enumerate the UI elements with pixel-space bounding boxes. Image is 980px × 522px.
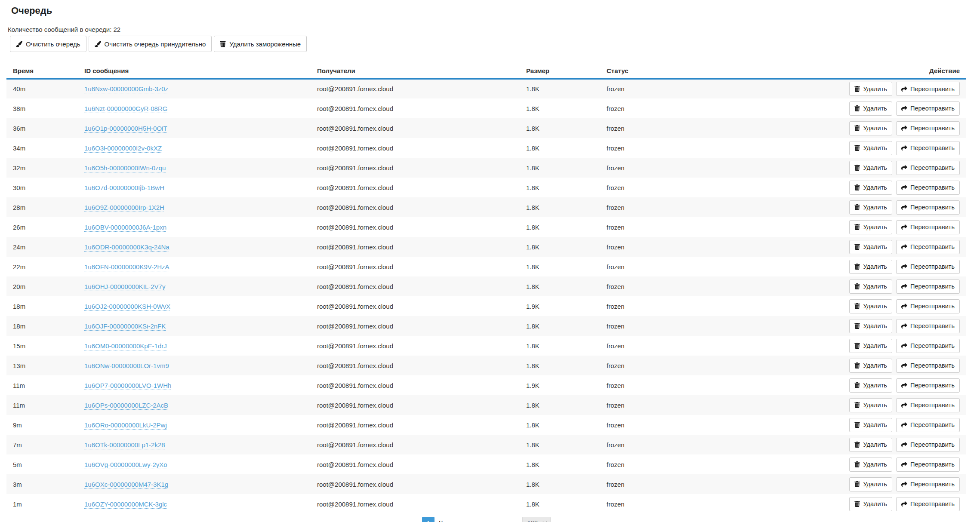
force-clear-queue-button[interactable]: Очистить очередь принудительно [89,36,212,52]
share-forward-icon [901,422,907,428]
resend-message-button[interactable]: Переотправить [896,438,960,452]
page-title: Очередь [11,5,966,16]
row-status: frozen [600,276,764,296]
button-label: Переотправить [910,125,955,132]
resend-message-button[interactable]: Переотправить [896,319,960,333]
resend-message-button[interactable]: Переотправить [896,497,960,511]
row-time: 7m [6,435,78,454]
message-id-link[interactable]: 1u6ODR-00000000K3q-24Na [84,243,169,251]
resend-message-button[interactable]: Переотправить [896,359,960,373]
message-id-link[interactable]: 1u6OJ2-00000000KSH-0WvX [84,303,170,310]
message-id-link[interactable]: 1u6OVg-00000000Lwy-2yXo [84,461,167,468]
table-header-row: Время ID сообщения Получатели Размер Ста… [6,63,966,79]
message-id-link[interactable]: 1u6OZY-00000000MCK-3glc [84,501,167,508]
column-header-size: Размер [520,63,600,79]
resend-message-button[interactable]: Переотправить [896,378,960,393]
share-forward-icon [901,264,907,270]
message-id-link[interactable]: 1u6OFN-00000000K9V-2HzA [84,263,169,270]
message-id-link[interactable]: 1u6Nxw-00000000Gmb-3z0z [84,85,168,92]
message-id-link[interactable]: 1u6OBV-00000000J6A-1pxn [84,224,166,231]
delete-message-button[interactable]: Удалить [849,161,892,175]
table-row: 24m 1u6ODR-00000000K3q-24Na root@200891.… [6,237,966,257]
delete-message-button[interactable]: Удалить [849,497,892,511]
resend-message-button[interactable]: Переотправить [896,279,960,294]
resend-message-button[interactable]: Переотправить [896,220,960,234]
message-id-link[interactable]: 1u6OM0-00000000KpE-1drJ [84,342,167,350]
resend-message-button[interactable]: Переотправить [896,161,960,175]
row-size: 1.8K [520,257,600,276]
delete-message-button[interactable]: Удалить [849,260,892,274]
resend-message-button[interactable]: Переотправить [896,398,960,412]
row-status: frozen [600,79,764,98]
message-id-link[interactable]: 1u6ONw-00000000LOr-1vm9 [84,362,169,369]
resend-message-button[interactable]: Переотправить [896,477,960,491]
message-id-link[interactable]: 1u6OP7-00000000LVO-1WHh [84,382,171,389]
resend-message-button[interactable]: Переотправить [896,458,960,472]
delete-message-button[interactable]: Удалить [849,240,892,254]
resend-message-button[interactable]: Переотправить [896,181,960,195]
delete-message-button[interactable]: Удалить [849,200,892,215]
delete-message-button[interactable]: Удалить [849,82,892,96]
message-id-link[interactable]: 1u6OTk-00000000Lp1-2k28 [84,441,165,448]
delete-message-button[interactable]: Удалить [849,339,892,353]
delete-message-button[interactable]: Удалить [849,141,892,155]
per-page-select[interactable]: 100 [522,517,551,522]
delete-message-button[interactable]: Удалить [849,319,892,333]
delete-message-button[interactable]: Удалить [849,101,892,116]
trash-icon [854,402,860,408]
row-time: 13m [6,356,78,375]
message-id-link[interactable]: 1u6O7d-00000000Ijb-1BwH [84,184,164,191]
share-forward-icon [901,125,907,131]
message-id-link[interactable]: 1u6O1p-00000000H5H-0OiT [84,125,167,132]
message-id-link[interactable]: 1u6OXc-00000000M47-3K1g [84,481,168,488]
toolbar: Очистить очередь Очистить очередь принуд… [10,36,966,52]
share-forward-icon [901,442,907,448]
message-id-link[interactable]: 1u6OPs-00000000LZC-2AcB [84,402,168,409]
delete-frozen-button[interactable]: Удалить замороженные [214,36,307,52]
resend-message-button[interactable]: Переотправить [896,101,960,116]
message-id-link[interactable]: 1u6Nzt-00000000GyR-08RG [84,105,167,112]
resend-message-button[interactable]: Переотправить [896,418,960,432]
message-id-link[interactable]: 1u6O3l-00000000I2v-0kXZ [84,144,162,152]
delete-message-button[interactable]: Удалить [849,458,892,472]
delete-message-button[interactable]: Удалить [849,359,892,373]
trash-icon [854,204,860,210]
delete-message-button[interactable]: Удалить [849,418,892,432]
message-id-link[interactable]: 1u6ORo-00000000LkU-2Pwj [84,421,167,429]
row-status: frozen [600,118,764,138]
resend-message-button[interactable]: Переотправить [896,141,960,155]
resend-message-button[interactable]: Переотправить [896,121,960,135]
resend-message-button[interactable]: Переотправить [896,299,960,313]
row-time: 40m [6,79,78,98]
row-recipients: root@200891.fornex.cloud [311,454,520,474]
message-id-link[interactable]: 1u6OJF-00000000KSi-2nFK [84,322,166,330]
delete-message-button[interactable]: Удалить [849,181,892,195]
row-status: frozen [600,316,764,336]
delete-message-button[interactable]: Удалить [849,220,892,234]
button-label: Переотправить [910,184,955,191]
table-row: 13m 1u6ONw-00000000LOr-1vm9 root@200891.… [6,356,966,375]
delete-message-button[interactable]: Удалить [849,378,892,393]
clear-queue-button[interactable]: Очистить очередь [10,36,86,52]
delete-message-button[interactable]: Удалить [849,121,892,135]
button-label: Удалить [863,402,887,408]
delete-message-button[interactable]: Удалить [849,477,892,491]
resend-message-button[interactable]: Переотправить [896,200,960,215]
row-size: 1.8K [520,197,600,217]
button-label: Переотправить [910,105,955,112]
delete-message-button[interactable]: Удалить [849,438,892,452]
delete-message-button[interactable]: Удалить [849,279,892,294]
button-label: Удалить [863,204,887,211]
resend-message-button[interactable]: Переотправить [896,260,960,274]
share-forward-icon [901,204,907,210]
delete-message-button[interactable]: Удалить [849,299,892,313]
resend-message-button[interactable]: Переотправить [896,240,960,254]
message-id-link[interactable]: 1u6OHJ-00000000KIL-2V7y [84,283,165,290]
resend-message-button[interactable]: Переотправить [896,339,960,353]
message-id-link[interactable]: 1u6O5h-00000000IWn-0zqu [84,164,166,172]
resend-message-button[interactable]: Переотправить [896,82,960,96]
message-id-link[interactable]: 1u6O9Z-00000000Irp-1X2H [84,204,164,211]
queue-count-label: Количество сообщений в очереди: 22 [8,26,966,33]
delete-message-button[interactable]: Удалить [849,398,892,412]
page-number-button[interactable]: 1 [422,517,435,522]
